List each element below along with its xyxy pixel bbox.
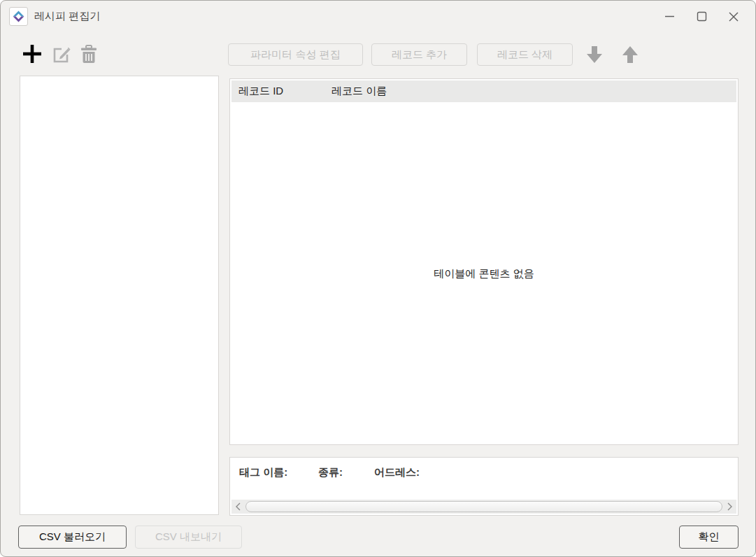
delete-recipe-button[interactable] [78,43,99,65]
address-label: 어드레스: [374,466,420,479]
column-header-record-name[interactable]: 레코드 이름 [331,85,387,98]
ok-button[interactable]: 확인 [679,526,739,549]
horizontal-scrollbar[interactable] [231,500,736,514]
maximize-icon [697,11,707,22]
minimize-icon [664,11,675,22]
arrow-up-icon [621,45,639,64]
param-props-edit-button[interactable]: 파라미터 속성 편집 [228,43,363,66]
move-record-up-button[interactable] [620,43,641,66]
record-table[interactable]: 레코드 ID 레코드 이름 테이블에 콘텐츠 없음 [229,78,739,445]
csv-export-button[interactable]: CSV 내보내기 [135,526,242,549]
window-title: 레시피 편집기 [34,10,100,23]
arrow-down-icon [585,45,604,64]
move-record-down-button[interactable] [584,43,605,66]
edit-recipe-button[interactable] [51,44,71,64]
plus-icon [22,43,43,64]
add-recipe-button[interactable] [21,43,43,65]
tag-name-label: 태그 이름: [239,466,287,479]
window-controls [653,1,750,32]
record-info-panel: 태그 이름: 종류: 어드레스: [229,457,739,516]
titlebar: 레시피 편집기 [1,1,755,32]
csv-import-button[interactable]: CSV 불러오기 [18,526,127,549]
scroll-right-button[interactable] [724,500,736,514]
kind-label: 종류: [318,466,343,479]
chevron-right-icon [727,502,733,511]
scroll-left-button[interactable] [231,500,244,514]
recipe-list[interactable] [20,76,219,515]
app-logo-icon [9,7,28,26]
close-button[interactable] [718,1,750,32]
scrollbar-track[interactable] [244,500,724,514]
recipe-editor-window: 레시피 편집기 [0,0,756,557]
minimize-button[interactable] [653,1,685,32]
scrollbar-thumb[interactable] [245,501,722,512]
close-icon [728,11,739,22]
column-header-record-id[interactable]: 레코드 ID [231,85,331,98]
table-empty-message: 테이블에 콘텐츠 없음 [230,267,738,281]
edit-icon [52,45,71,64]
maximize-button[interactable] [685,1,718,32]
chevron-left-icon [235,502,241,511]
record-table-header: 레코드 ID 레코드 이름 [231,80,736,102]
trash-icon [79,44,99,64]
delete-record-button[interactable]: 레코드 삭제 [477,43,573,66]
add-record-button[interactable]: 레코드 추가 [371,43,467,66]
